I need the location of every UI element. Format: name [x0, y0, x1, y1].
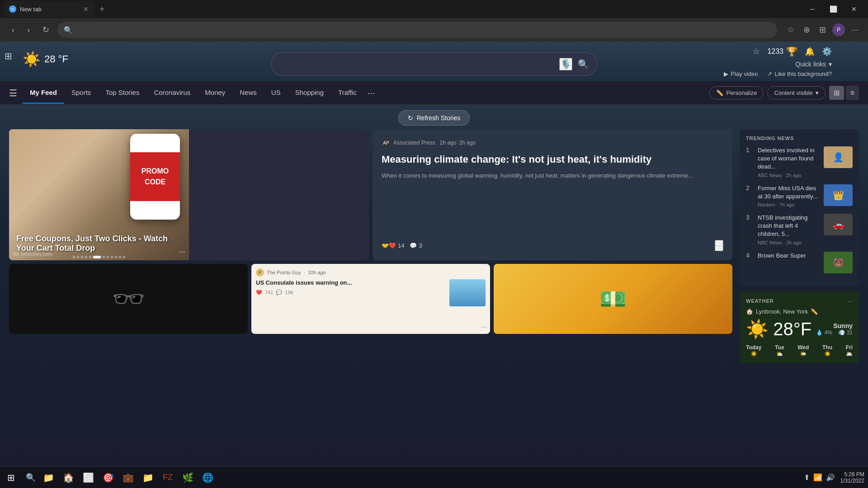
quick-links-label: Quick links — [795, 61, 826, 68]
trending-item-2[interactable]: 2 Former Miss USA dies at 30 after appar… — [746, 184, 853, 207]
small-card-more-menu[interactable]: ··· — [481, 323, 487, 331]
content-visible-label: Content visible — [774, 89, 812, 96]
nav-item-money[interactable]: Money — [198, 82, 232, 104]
active-tab[interactable]: N New tab ✕ — [4, 1, 94, 17]
tab-title: New tab — [20, 6, 80, 13]
taskbar-explorer-icon[interactable]: 📁 — [39, 469, 57, 487]
trending-title-4: Brown Bear Super — [758, 252, 819, 260]
settings-icon[interactable]: ⚙️ — [822, 47, 832, 56]
back-button[interactable]: ‹ — [7, 23, 19, 38]
notifications-icon[interactable]: 🔔 — [805, 47, 815, 56]
search-icon: 🔍 — [64, 26, 73, 34]
hamburger-menu-icon[interactable]: ☰ — [9, 88, 17, 99]
nav-item-traffic[interactable]: Traffic — [331, 82, 364, 104]
forecast-day-fri: Fri 🌥️ — [846, 344, 853, 357]
money-card[interactable]: 💵 — [494, 264, 732, 334]
home-icon: 🏠 — [746, 308, 753, 315]
small-time-ago: 10h ago — [308, 270, 326, 275]
trending-item-1[interactable]: 1 Detectives involved in case of woman f… — [746, 146, 853, 178]
trending-title-1: Detectives involved in case of woman fou… — [758, 146, 819, 171]
refresh-stories-button[interactable]: ↻ Refresh Stories — [398, 110, 470, 126]
weather-location: 🏠 Lynbrook, New York ✏️ — [746, 308, 853, 315]
nav-item-shopping[interactable]: Shopping — [288, 82, 331, 104]
apps-grid-icon[interactable]: ⊞ — [5, 51, 12, 61]
profile-avatar[interactable]: P — [832, 23, 845, 36]
taskbar-filezilla-icon[interactable]: FZ — [159, 469, 177, 487]
close-window-button[interactable]: ✕ — [844, 0, 864, 18]
money-icon: 💵 — [599, 286, 627, 312]
weather-more-button[interactable]: ··· — [848, 298, 853, 305]
small-source-icon: P — [256, 268, 264, 277]
main-news-card[interactable]: AP Associated Press 2h ago 2h ago Measur… — [373, 129, 732, 260]
ad-card[interactable]: PROMO CODE Free Coupons, Just Two Clicks… — [9, 129, 369, 260]
trending-number-3: 3 — [746, 214, 753, 221]
collections-icon[interactable]: ⊕ — [801, 22, 813, 38]
taskbar-search-icon[interactable]: 🔍 — [22, 471, 39, 484]
taskbar-teams-icon[interactable]: 🎯 — [99, 469, 117, 487]
news-more-menu[interactable]: ··· — [715, 240, 723, 251]
favorites-icon[interactable]: ☆ — [784, 22, 797, 38]
tab-close-button[interactable]: ✕ — [83, 5, 89, 13]
taskbar-home-icon[interactable]: 🏠 — [59, 469, 77, 487]
like-background-button[interactable]: ↗ Like this background? — [767, 70, 832, 77]
forward-button[interactable]: › — [23, 23, 34, 38]
quick-links-bar[interactable]: Quick links ▾ — [795, 61, 832, 68]
settings-menu-button[interactable]: ··· — [849, 23, 861, 38]
edit-location-icon[interactable]: ✏️ — [811, 308, 818, 315]
dropdown-chevron-icon: ▾ — [816, 89, 819, 96]
source-name: Associated Press — [393, 140, 435, 146]
small-comment-icon: 💬 — [276, 290, 282, 296]
list-view-button[interactable]: ≡ — [846, 86, 859, 100]
new-tab-button[interactable]: + — [96, 2, 108, 16]
microphone-button[interactable]: 🎙️ — [559, 58, 572, 70]
grid-view-button[interactable]: ⊞ — [829, 86, 844, 100]
tray-volume-icon: 🔊 — [826, 473, 835, 482]
start-button[interactable]: ⊞ — [4, 470, 19, 485]
system-tray-icons: ⬆ 📶 🔊 — [804, 473, 835, 482]
top-right-widgets: ☆ 1233 🏆 🔔 ⚙️ Quick links ▾ ▶ Play video… — [724, 46, 832, 77]
taskbar-date-display: 1/31/2022 — [840, 478, 864, 484]
search-submit-button[interactable]: 🔍 — [578, 59, 589, 70]
edit-icon: ✏️ — [716, 89, 723, 96]
weather-forecast: Today ☀️ Tue ⛅ Wed 🌤️ Thu ☀️ — [746, 344, 853, 357]
main-search-input[interactable]: va — [279, 60, 554, 69]
play-icon: ▶ — [724, 70, 728, 77]
news-description: When it comes to measuring global warmin… — [382, 171, 723, 235]
content-visible-button[interactable]: Content visible ▾ — [767, 86, 825, 99]
news-source: AP Associated Press 2h ago 2h ago — [382, 138, 723, 147]
weather-icon: ☀️ — [23, 51, 41, 68]
nav-item-my-feed[interactable]: My Feed — [23, 82, 64, 104]
small-news-card[interactable]: P The Points Guy · 10h ago US Consulate … — [251, 264, 490, 334]
search-box: va 🎙️ 🔍 — [271, 52, 597, 76]
news-title: Measuring climate change: It's not just … — [382, 153, 723, 167]
trending-item-4[interactable]: 4 Brown Bear Super 🐻 — [746, 252, 853, 273]
profiles-icon[interactable]: ⊞ — [816, 22, 829, 38]
comments-button[interactable]: 💬 3 — [410, 242, 422, 249]
nav-item-us[interactable]: US — [264, 82, 288, 104]
taskbar-widget-icon[interactable]: ⬜ — [79, 469, 97, 487]
play-video-button[interactable]: ▶ Play video — [724, 70, 758, 77]
glasses-card[interactable]: 🕶️ — [9, 264, 248, 334]
nav-item-coronavirus[interactable]: Coronavirus — [146, 82, 198, 104]
nav-item-sports[interactable]: Sports — [64, 82, 98, 104]
taskbar-folder-icon[interactable]: 📁 — [139, 469, 157, 487]
taskbar-greenshot-icon[interactable]: 🌿 — [179, 469, 197, 487]
like-icon: ↗ — [767, 70, 772, 77]
nav-more-button[interactable]: ··· — [364, 88, 379, 98]
reload-button[interactable]: ↻ — [38, 22, 54, 38]
reaction-icons: 🤝❤️ — [382, 242, 396, 249]
nav-item-news[interactable]: News — [232, 82, 264, 104]
nav-item-top-stories[interactable]: Top Stories — [98, 82, 146, 104]
trending-number-1: 1 — [746, 146, 753, 154]
source-icon: AP — [382, 138, 391, 147]
favorites-icon[interactable]: ☆ — [753, 47, 760, 56]
taskbar-files-icon[interactable]: 💼 — [119, 469, 137, 487]
address-input[interactable]: va — [76, 26, 771, 33]
reactions-button[interactable]: 🤝❤️ 14 — [382, 242, 404, 249]
minimize-button[interactable]: ─ — [802, 0, 823, 18]
taskbar-edge-icon[interactable]: 🌐 — [198, 469, 217, 487]
trending-image-2: 👑 — [824, 184, 853, 206]
personalize-button[interactable]: ✏️ Personalize — [709, 86, 764, 99]
trending-item-3[interactable]: 3 NTSB investigating crash that left 4 c… — [746, 214, 853, 245]
maximize-button[interactable]: ⬜ — [823, 0, 844, 18]
